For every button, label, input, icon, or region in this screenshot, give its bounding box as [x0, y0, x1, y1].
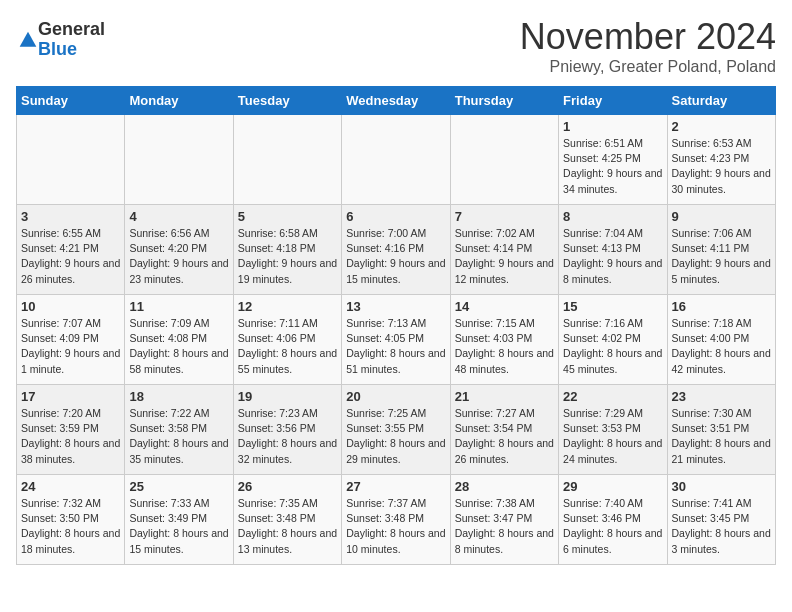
day-info: Sunrise: 7:25 AM Sunset: 3:55 PM Dayligh…	[346, 406, 445, 467]
calendar-cell: 30Sunrise: 7:41 AM Sunset: 3:45 PM Dayli…	[667, 475, 775, 565]
day-info: Sunrise: 7:33 AM Sunset: 3:49 PM Dayligh…	[129, 496, 228, 557]
calendar-cell	[342, 115, 450, 205]
day-number: 27	[346, 479, 445, 494]
week-row-2: 3Sunrise: 6:55 AM Sunset: 4:21 PM Daylig…	[17, 205, 776, 295]
day-number: 6	[346, 209, 445, 224]
calendar-cell: 18Sunrise: 7:22 AM Sunset: 3:58 PM Dayli…	[125, 385, 233, 475]
calendar-cell: 2Sunrise: 6:53 AM Sunset: 4:23 PM Daylig…	[667, 115, 775, 205]
day-number: 10	[21, 299, 120, 314]
day-number: 28	[455, 479, 554, 494]
logo: General Blue	[16, 20, 105, 60]
calendar-cell: 9Sunrise: 7:06 AM Sunset: 4:11 PM Daylig…	[667, 205, 775, 295]
day-number: 3	[21, 209, 120, 224]
calendar-cell: 4Sunrise: 6:56 AM Sunset: 4:20 PM Daylig…	[125, 205, 233, 295]
calendar-cell: 13Sunrise: 7:13 AM Sunset: 4:05 PM Dayli…	[342, 295, 450, 385]
month-title: November 2024	[520, 16, 776, 58]
day-number: 2	[672, 119, 771, 134]
day-number: 7	[455, 209, 554, 224]
day-info: Sunrise: 6:51 AM Sunset: 4:25 PM Dayligh…	[563, 136, 662, 197]
calendar-cell: 28Sunrise: 7:38 AM Sunset: 3:47 PM Dayli…	[450, 475, 558, 565]
day-info: Sunrise: 7:29 AM Sunset: 3:53 PM Dayligh…	[563, 406, 662, 467]
day-number: 15	[563, 299, 662, 314]
calendar-cell: 15Sunrise: 7:16 AM Sunset: 4:02 PM Dayli…	[559, 295, 667, 385]
day-info: Sunrise: 7:02 AM Sunset: 4:14 PM Dayligh…	[455, 226, 554, 287]
day-info: Sunrise: 7:38 AM Sunset: 3:47 PM Dayligh…	[455, 496, 554, 557]
calendar-cell: 3Sunrise: 6:55 AM Sunset: 4:21 PM Daylig…	[17, 205, 125, 295]
day-info: Sunrise: 7:11 AM Sunset: 4:06 PM Dayligh…	[238, 316, 337, 377]
calendar-cell: 23Sunrise: 7:30 AM Sunset: 3:51 PM Dayli…	[667, 385, 775, 475]
week-row-3: 10Sunrise: 7:07 AM Sunset: 4:09 PM Dayli…	[17, 295, 776, 385]
calendar-cell: 10Sunrise: 7:07 AM Sunset: 4:09 PM Dayli…	[17, 295, 125, 385]
day-info: Sunrise: 7:20 AM Sunset: 3:59 PM Dayligh…	[21, 406, 120, 467]
calendar-cell: 11Sunrise: 7:09 AM Sunset: 4:08 PM Dayli…	[125, 295, 233, 385]
day-number: 19	[238, 389, 337, 404]
day-header-friday: Friday	[559, 87, 667, 115]
calendar-cell: 16Sunrise: 7:18 AM Sunset: 4:00 PM Dayli…	[667, 295, 775, 385]
day-number: 14	[455, 299, 554, 314]
day-number: 9	[672, 209, 771, 224]
week-row-5: 24Sunrise: 7:32 AM Sunset: 3:50 PM Dayli…	[17, 475, 776, 565]
day-info: Sunrise: 6:58 AM Sunset: 4:18 PM Dayligh…	[238, 226, 337, 287]
logo-text: General Blue	[38, 20, 105, 60]
day-info: Sunrise: 7:35 AM Sunset: 3:48 PM Dayligh…	[238, 496, 337, 557]
day-header-saturday: Saturday	[667, 87, 775, 115]
calendar-cell: 26Sunrise: 7:35 AM Sunset: 3:48 PM Dayli…	[233, 475, 341, 565]
day-number: 12	[238, 299, 337, 314]
day-info: Sunrise: 7:30 AM Sunset: 3:51 PM Dayligh…	[672, 406, 771, 467]
calendar-cell: 20Sunrise: 7:25 AM Sunset: 3:55 PM Dayli…	[342, 385, 450, 475]
day-info: Sunrise: 6:56 AM Sunset: 4:20 PM Dayligh…	[129, 226, 228, 287]
day-info: Sunrise: 7:23 AM Sunset: 3:56 PM Dayligh…	[238, 406, 337, 467]
day-info: Sunrise: 6:53 AM Sunset: 4:23 PM Dayligh…	[672, 136, 771, 197]
calendar-cell	[450, 115, 558, 205]
day-info: Sunrise: 7:15 AM Sunset: 4:03 PM Dayligh…	[455, 316, 554, 377]
day-info: Sunrise: 7:27 AM Sunset: 3:54 PM Dayligh…	[455, 406, 554, 467]
day-info: Sunrise: 7:40 AM Sunset: 3:46 PM Dayligh…	[563, 496, 662, 557]
calendar-cell: 7Sunrise: 7:02 AM Sunset: 4:14 PM Daylig…	[450, 205, 558, 295]
day-number: 16	[672, 299, 771, 314]
day-info: Sunrise: 7:00 AM Sunset: 4:16 PM Dayligh…	[346, 226, 445, 287]
day-info: Sunrise: 7:22 AM Sunset: 3:58 PM Dayligh…	[129, 406, 228, 467]
day-number: 26	[238, 479, 337, 494]
calendar-cell	[125, 115, 233, 205]
day-number: 20	[346, 389, 445, 404]
day-info: Sunrise: 7:04 AM Sunset: 4:13 PM Dayligh…	[563, 226, 662, 287]
calendar-cell: 22Sunrise: 7:29 AM Sunset: 3:53 PM Dayli…	[559, 385, 667, 475]
day-info: Sunrise: 7:37 AM Sunset: 3:48 PM Dayligh…	[346, 496, 445, 557]
calendar-cell: 21Sunrise: 7:27 AM Sunset: 3:54 PM Dayli…	[450, 385, 558, 475]
day-number: 21	[455, 389, 554, 404]
logo-icon	[18, 30, 38, 50]
day-number: 22	[563, 389, 662, 404]
calendar-cell: 12Sunrise: 7:11 AM Sunset: 4:06 PM Dayli…	[233, 295, 341, 385]
day-info: Sunrise: 7:32 AM Sunset: 3:50 PM Dayligh…	[21, 496, 120, 557]
calendar-cell: 29Sunrise: 7:40 AM Sunset: 3:46 PM Dayli…	[559, 475, 667, 565]
calendar-cell: 17Sunrise: 7:20 AM Sunset: 3:59 PM Dayli…	[17, 385, 125, 475]
day-info: Sunrise: 7:06 AM Sunset: 4:11 PM Dayligh…	[672, 226, 771, 287]
day-number: 8	[563, 209, 662, 224]
calendar-cell: 19Sunrise: 7:23 AM Sunset: 3:56 PM Dayli…	[233, 385, 341, 475]
day-number: 17	[21, 389, 120, 404]
day-number: 4	[129, 209, 228, 224]
day-info: Sunrise: 7:16 AM Sunset: 4:02 PM Dayligh…	[563, 316, 662, 377]
day-number: 1	[563, 119, 662, 134]
title-area: November 2024 Pniewy, Greater Poland, Po…	[520, 16, 776, 76]
day-number: 13	[346, 299, 445, 314]
day-info: Sunrise: 7:13 AM Sunset: 4:05 PM Dayligh…	[346, 316, 445, 377]
calendar-cell: 8Sunrise: 7:04 AM Sunset: 4:13 PM Daylig…	[559, 205, 667, 295]
calendar-cell: 27Sunrise: 7:37 AM Sunset: 3:48 PM Dayli…	[342, 475, 450, 565]
header: General Blue November 2024 Pniewy, Great…	[16, 16, 776, 76]
logo-blue: Blue	[38, 40, 105, 60]
day-number: 25	[129, 479, 228, 494]
day-number: 29	[563, 479, 662, 494]
day-info: Sunrise: 7:07 AM Sunset: 4:09 PM Dayligh…	[21, 316, 120, 377]
calendar-cell: 25Sunrise: 7:33 AM Sunset: 3:49 PM Dayli…	[125, 475, 233, 565]
calendar-cell: 14Sunrise: 7:15 AM Sunset: 4:03 PM Dayli…	[450, 295, 558, 385]
calendar-cell: 6Sunrise: 7:00 AM Sunset: 4:16 PM Daylig…	[342, 205, 450, 295]
svg-marker-0	[20, 31, 37, 46]
logo-general: General	[38, 20, 105, 40]
location-title: Pniewy, Greater Poland, Poland	[520, 58, 776, 76]
day-header-wednesday: Wednesday	[342, 87, 450, 115]
day-number: 30	[672, 479, 771, 494]
calendar-cell: 1Sunrise: 6:51 AM Sunset: 4:25 PM Daylig…	[559, 115, 667, 205]
day-number: 5	[238, 209, 337, 224]
calendar-cell	[233, 115, 341, 205]
